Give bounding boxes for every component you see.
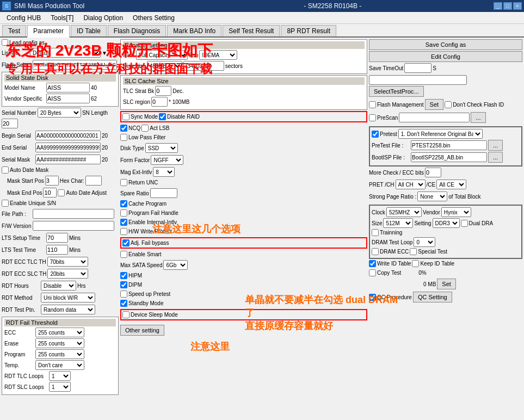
lts-setup-input[interactable] <box>46 233 68 243</box>
tlc-strat-input[interactable] <box>155 86 171 96</box>
serial-mask-input[interactable] <box>35 155 101 164</box>
vendor-input[interactable] <box>46 94 90 103</box>
menu-config-hub[interactable]: Config HUB <box>2 13 45 23</box>
menu-others-setting[interactable]: Others Setting <box>128 13 179 23</box>
hex-char-input[interactable] <box>85 176 102 186</box>
dram-size-select[interactable]: 512M <box>383 218 413 228</box>
slc-region-input[interactable] <box>151 97 168 107</box>
act-lsb-checkbox[interactable] <box>141 125 149 132</box>
fw-version-input[interactable] <box>33 221 114 231</box>
flash-select-input[interactable] <box>33 60 117 70</box>
mag-ext-select[interactable]: 8 <box>153 167 175 177</box>
save-timeout-input[interactable] <box>404 63 431 73</box>
sync-mode-checkbox[interactable] <box>122 113 130 120</box>
keep-id-checkbox[interactable] <box>412 260 419 267</box>
rdt-tlc-loops-select[interactable]: 1 <box>49 371 71 381</box>
rdt-program-fail-select[interactable]: 255 counts <box>35 349 84 359</box>
enable-internal-checkbox[interactable] <box>120 219 127 226</box>
lts-test-input[interactable] <box>46 245 68 255</box>
max-sata-select[interactable]: 6Gb <box>163 260 188 270</box>
tab-parameter[interactable]: Parameter <box>27 25 70 38</box>
auto-date-mask-checkbox[interactable] <box>2 166 9 174</box>
enable-unique-sn-checkbox[interactable] <box>2 200 9 207</box>
select-test-proc-button[interactable]: SelectTestProc... <box>369 86 424 97</box>
rdt-ecc-fail-select[interactable]: 255 counts <box>35 328 84 337</box>
prescan-checkbox[interactable] <box>369 114 376 121</box>
hipm-checkbox[interactable] <box>120 272 127 279</box>
dram-ecc-checkbox[interactable] <box>372 248 379 255</box>
tab-mark-bad-info[interactable]: Mark BAD Info <box>167 25 221 36</box>
disk-size-select[interactable]: 480GB <box>147 61 182 71</box>
sectors-input[interactable] <box>183 61 224 71</box>
adj-fail-checkbox[interactable] <box>122 239 130 246</box>
tab-self-test-result[interactable]: Self Test Result <box>223 25 280 36</box>
low-pass-checkbox[interactable] <box>120 134 127 141</box>
rdt-test-ptn-select[interactable]: Random data <box>41 305 95 314</box>
speed-up-checkbox[interactable] <box>120 291 127 298</box>
spare-ratio-input[interactable] <box>150 188 177 198</box>
rdt-slc-loops-select[interactable]: 1 <box>49 382 71 392</box>
ncq-checkbox[interactable] <box>120 125 127 132</box>
file-path-input[interactable] <box>33 209 114 219</box>
dram-clock-select[interactable]: 525MHZ <box>386 207 422 217</box>
dram-vendor-select[interactable]: Hynix <box>441 207 471 217</box>
rdt-hours-select[interactable]: Disable <box>41 281 76 291</box>
dual-dram-checkbox[interactable] <box>461 220 468 227</box>
pret-ch-select[interactable]: All CH <box>396 180 426 189</box>
prescan-browse-button[interactable]: ... <box>471 112 485 123</box>
minimize-button[interactable]: _ <box>494 2 502 10</box>
rdt-temp-select[interactable]: Don't care <box>35 360 84 370</box>
training-checkbox[interactable] <box>372 229 379 236</box>
qc-setting-button[interactable]: QC Setting <box>413 292 452 302</box>
tab-id-table[interactable]: ID Table <box>71 25 107 36</box>
copy-test-checkbox[interactable] <box>369 269 376 276</box>
rdt-ecc-slc-select[interactable]: 20bits <box>47 269 88 279</box>
end-serial-input[interactable] <box>35 143 101 152</box>
save-config-button[interactable]: Save Config as <box>369 39 522 50</box>
menu-dialog-option[interactable]: Dialog Option <box>79 13 127 23</box>
enable-smart-checkbox[interactable] <box>120 251 127 258</box>
auto-date-adjust-checkbox[interactable] <box>58 189 65 196</box>
tab-flash-diagnosis[interactable]: Flash Diagnosis <box>108 25 166 36</box>
menu-tools[interactable]: Tools[T] <box>46 13 78 23</box>
load-config-checkbox[interactable] <box>2 39 8 46</box>
rdt-ecc-tlc-select[interactable]: 70bits <box>47 257 88 267</box>
strong-page-select[interactable]: None <box>417 192 447 201</box>
qc-procedure-checkbox[interactable] <box>369 294 376 301</box>
begin-serial-input[interactable] <box>35 131 101 140</box>
mask-start-input[interactable] <box>45 176 59 186</box>
special-test-checkbox[interactable] <box>410 248 417 255</box>
standby-checkbox[interactable] <box>120 300 127 307</box>
boot-isp-browse-button[interactable]: ... <box>488 152 503 163</box>
edit-config-button[interactable]: Edit Config <box>369 51 522 62</box>
hwv-write-checkbox[interactable] <box>120 228 127 235</box>
dram-test-loop-select[interactable]: 0 <box>414 237 435 247</box>
close-button[interactable]: × <box>513 2 522 10</box>
pretest-checkbox[interactable] <box>372 131 379 138</box>
tab-test[interactable]: Test <box>2 25 26 36</box>
other-setting-button[interactable]: Other setting <box>120 325 164 336</box>
dont-check-flash-checkbox[interactable] <box>445 101 452 108</box>
pretest-file-input[interactable] <box>411 140 487 150</box>
program-fail-handle-checkbox[interactable] <box>120 209 127 217</box>
tab-8p-rdt-result[interactable]: 8P RDT Result <box>281 25 336 36</box>
write-id-checkbox[interactable] <box>369 260 376 267</box>
ecc-bits-input[interactable] <box>425 168 441 177</box>
set-flash-button[interactable]: Set <box>425 99 444 110</box>
device-sleep-checkbox[interactable] <box>122 311 130 318</box>
select-test-proc-input[interactable] <box>369 75 467 85</box>
cache-program-checkbox[interactable] <box>120 200 127 207</box>
set-button-2[interactable]: Set <box>437 279 456 289</box>
maximize-button[interactable]: □ <box>503 2 512 10</box>
sn-length-input[interactable] <box>2 119 18 128</box>
pretest-file-browse-button[interactable]: ... <box>488 140 503 151</box>
list-no-select[interactable]: Default <box>30 48 101 58</box>
rdt-method-select[interactable]: Uni block W/R <box>41 293 95 302</box>
pretest-select[interactable]: 1. Don't Reference Original Bad <box>398 129 483 139</box>
boot-isp-input[interactable] <box>411 152 487 162</box>
capacity-main-select[interactable]: Full Capacity <box>136 50 188 60</box>
flash-mgmt-checkbox[interactable] <box>369 101 376 108</box>
rdt-erase-fail-select[interactable]: 255 counts <box>35 338 84 348</box>
dram-setting-select[interactable]: DDR3 <box>433 218 460 228</box>
capacity-sub-select[interactable]: IDEMA <box>199 50 237 60</box>
